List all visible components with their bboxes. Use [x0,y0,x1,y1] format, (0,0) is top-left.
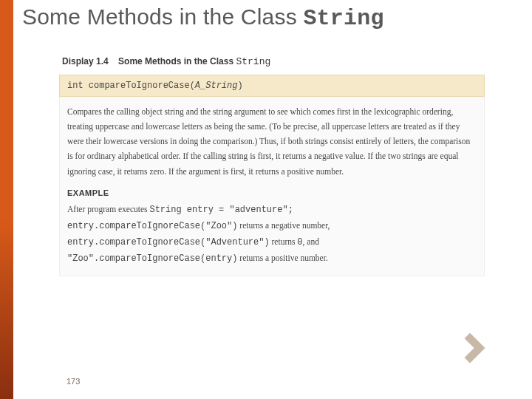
method-description: Compares the calling object string and t… [67,104,477,179]
ex2-code: entry.compareToIgnoreCase("Zoo") [67,221,237,231]
title-class: String [303,6,383,31]
sig-arg: A_String [195,81,238,91]
chevron-right-icon [463,332,494,364]
example-line-4: "Zoo".compareToIgnoreCase(entry) returns… [67,250,477,267]
caption-class: String [236,56,270,67]
ex1-text: After program executes [67,205,149,214]
example-line-1: After program executes String entry = "a… [67,202,477,218]
ex3-code: entry.compareToIgnoreCase("Adventure") [67,237,270,248]
ex4-code: "Zoo".compareToIgnoreCase(entry) [67,253,237,264]
slide-title: Some Methods in the Class String [22,4,384,31]
ex4-text: returns a positive number. [237,253,327,262]
title-prefix: Some Methods in the Class [22,4,303,29]
sig-name: compareToIgnoreCase( [89,81,195,91]
display-label: Display 1.4 [62,56,109,66]
example-heading: EXAMPLE [67,186,477,200]
caption-text: Some Methods in the Class [118,56,236,66]
sig-close: ) [237,81,242,91]
accent-side-bar [0,0,13,399]
ex1-code: String entry = "adventure"; [149,205,293,215]
ex3-text: returns [270,237,298,246]
method-signature: int compareToIgnoreCase(A_String) [59,75,485,97]
ex3-zero: 0 [297,237,302,248]
figure-caption: Display 1.4 Some Methods in the Class St… [59,52,485,75]
ex3-tail: , and [303,237,319,246]
sig-return: int [67,81,89,91]
description-box: Compares the calling object string and t… [59,97,485,276]
ex2-text: returns a negative number, [237,221,330,230]
example-line-2: entry.compareToIgnoreCase("Zoo") returns… [67,218,477,234]
page-number: 173 [66,377,80,386]
figure-box: Display 1.4 Some Methods in the Class St… [59,52,485,276]
example-line-3: entry.compareToIgnoreCase("Adventure") r… [67,234,477,250]
